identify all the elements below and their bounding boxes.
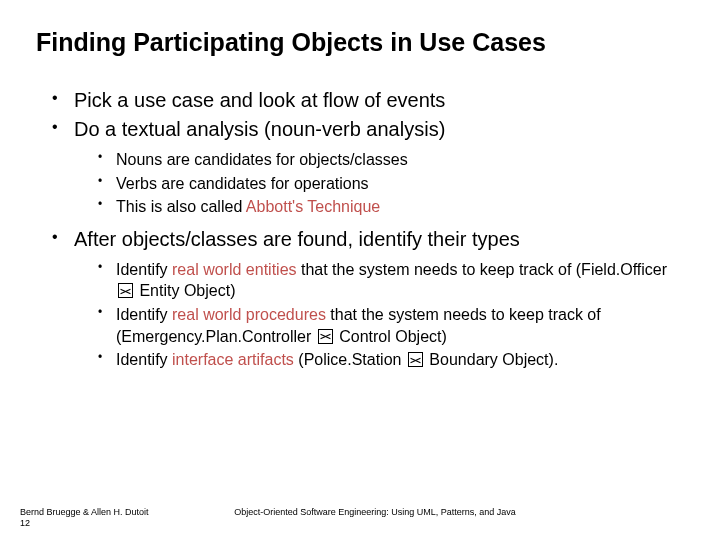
sub-item: Identify interface artifacts (Police.Sta… — [98, 349, 684, 371]
sub-text: (Police.Station — [294, 351, 406, 368]
arrow-icon — [318, 329, 333, 344]
sub-item: Verbs are candidates for operations — [98, 173, 684, 195]
sub-text: Control Object) — [335, 328, 447, 345]
footer-authors: Bernd Bruegge & Allen H. Dutoit — [20, 507, 149, 517]
emphasis: real world entities — [172, 261, 297, 278]
sub-item: Identify real world entities that the sy… — [98, 259, 684, 302]
slide-footer: Bernd Bruegge & Allen H. Dutoit 12 Objec… — [20, 507, 700, 530]
bullet-item: After objects/classes are found, identif… — [52, 226, 684, 371]
sub-text: Identify — [116, 261, 172, 278]
slide-title: Finding Participating Objects in Use Cas… — [36, 28, 684, 57]
emphasis: real world procedures — [172, 306, 326, 323]
footer-title: Object-Oriented Software Engineering: Us… — [170, 507, 550, 517]
sub-text: Entity Object) — [135, 282, 235, 299]
sub-text: This is also called — [116, 198, 246, 215]
sub-item: Nouns are candidates for objects/classes — [98, 149, 684, 171]
bullet-item: Pick a use case and look at flow of even… — [52, 87, 684, 114]
arrow-icon — [408, 352, 423, 367]
sub-item: Identify real world procedures that the … — [98, 304, 684, 347]
bullet-list: Pick a use case and look at flow of even… — [36, 87, 684, 371]
footer-page-number: 12 — [20, 518, 30, 528]
bullet-text: Do a textual analysis (noun-verb analysi… — [74, 118, 445, 140]
sub-text: Boundary Object). — [425, 351, 558, 368]
sub-list: Nouns are candidates for objects/classes… — [74, 149, 684, 218]
sub-list: Identify real world entities that the sy… — [74, 259, 684, 371]
footer-left: Bernd Bruegge & Allen H. Dutoit 12 — [20, 507, 200, 530]
sub-text: Identify — [116, 351, 172, 368]
arrow-icon — [118, 283, 133, 298]
emphasis: interface artifacts — [172, 351, 294, 368]
sub-item: This is also called Abbott's Technique — [98, 196, 684, 218]
bullet-item: Do a textual analysis (noun-verb analysi… — [52, 116, 684, 218]
sub-text: Identify — [116, 306, 172, 323]
bullet-text: After objects/classes are found, identif… — [74, 228, 520, 250]
emphasis: Abbott's Technique — [246, 198, 380, 215]
sub-text: that the system needs to keep track of (… — [297, 261, 668, 278]
